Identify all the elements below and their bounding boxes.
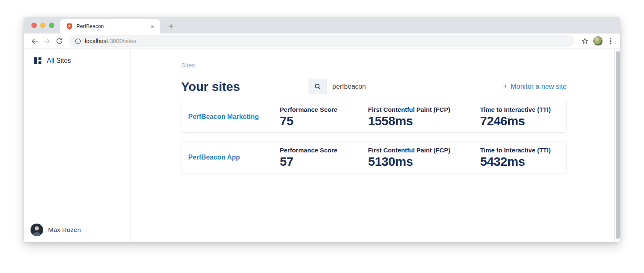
metric-value: 5130ms: [368, 155, 480, 168]
tab-title: PerfBeacon: [77, 23, 149, 29]
sites-container: Sites Your sites: [181, 49, 567, 173]
reload-icon[interactable]: [53, 35, 66, 47]
url-host: localhost: [85, 38, 108, 44]
screenshot-canvas: PerfBeacon × +: [0, 0, 644, 273]
main-content: Sites Your sites: [131, 49, 620, 242]
browser-menu-kebab-icon[interactable]: [605, 36, 616, 46]
metric-value: 75: [280, 114, 368, 128]
metric-tti: Time to Interactive (TTI) 5432ms: [480, 147, 560, 168]
sidebar: All Sites Max Rozen: [24, 49, 131, 242]
browser-window: PerfBeacon × +: [24, 17, 620, 242]
metric-label: First Contentful Paint (FCP): [368, 106, 480, 113]
metric-label: Time to Interactive (TTI): [480, 106, 560, 113]
sidebar-item-label: All Sites: [47, 57, 71, 64]
scrollbar-thumb[interactable]: [616, 51, 620, 239]
search-input[interactable]: [327, 79, 434, 94]
tab-perfbeacon[interactable]: PerfBeacon ×: [60, 19, 160, 33]
new-tab-button[interactable]: +: [165, 19, 177, 33]
plus-icon: +: [503, 82, 508, 90]
sidebar-user[interactable]: Max Rozen: [31, 224, 81, 236]
site-card-perfbeacon-app: PerfBeacon App Performance Score 57 Firs…: [181, 142, 567, 173]
browser-profile-avatar[interactable]: [593, 36, 603, 46]
minimize-window-button[interactable]: [40, 23, 46, 28]
forward-icon[interactable]: [41, 35, 53, 47]
metric-label: Time to Interactive (TTI): [480, 147, 560, 154]
metric-performance-score: Performance Score 75: [280, 106, 368, 128]
address-bar[interactable]: localhost:3000/sites: [69, 35, 574, 47]
site-link[interactable]: PerfBeacon App: [188, 154, 280, 161]
metric-tti: Time to Interactive (TTI) 7246ms: [480, 106, 560, 128]
page-scrollbar[interactable]: [614, 49, 620, 242]
zoom-window-button[interactable]: [49, 23, 54, 28]
close-tab-icon[interactable]: ×: [149, 23, 156, 30]
metric-label: Performance Score: [280, 106, 368, 113]
metric-fcp: First Contentful Paint (FCP) 5130ms: [368, 147, 480, 168]
metric-value: 1558ms: [368, 114, 480, 128]
search-group: [309, 79, 434, 94]
close-window-button[interactable]: [31, 23, 37, 28]
metric-label: First Contentful Paint (FCP): [368, 147, 480, 154]
site-link[interactable]: PerfBeacon Marketing: [188, 113, 280, 121]
metric-performance-score: Performance Score 57: [280, 147, 368, 168]
sidebar-item-all-sites[interactable]: All Sites: [24, 49, 130, 65]
user-name: Max Rozen: [48, 226, 81, 234]
tab-strip: PerfBeacon × +: [24, 17, 620, 33]
window-controls: [31, 23, 54, 28]
metric-value: 5432ms: [480, 155, 560, 168]
site-card-perfbeacon-marketing: PerfBeacon Marketing Performance Score 7…: [181, 101, 567, 133]
metric-fcp: First Contentful Paint (FCP) 1558ms: [368, 106, 480, 128]
dashboard-icon: [33, 57, 42, 65]
site-info-icon[interactable]: [75, 38, 81, 44]
back-icon[interactable]: [28, 35, 41, 47]
search-icon: [309, 79, 327, 94]
metric-value: 7246ms: [480, 114, 560, 128]
page-title: Your sites: [181, 80, 240, 94]
metric-label: Performance Score: [280, 147, 368, 154]
page-header-row: Your sites + M: [181, 79, 567, 94]
site-cards: PerfBeacon Marketing Performance Score 7…: [181, 101, 567, 173]
url-text: localhost:3000/sites: [85, 38, 136, 44]
bookmark-star-icon[interactable]: [578, 35, 591, 47]
perfbeacon-favicon-icon: [66, 23, 73, 30]
monitor-new-site-link[interactable]: + Monitor a new site: [503, 82, 567, 90]
user-avatar: [31, 224, 43, 236]
breadcrumb: Sites: [181, 49, 567, 69]
browser-toolbar: localhost:3000/sites: [24, 33, 620, 49]
page-content: All Sites Max Rozen Sites: [24, 49, 620, 242]
url-path: :3000/sites: [108, 38, 136, 44]
monitor-new-site-label: Monitor a new site: [511, 82, 567, 90]
metric-value: 57: [280, 155, 368, 168]
